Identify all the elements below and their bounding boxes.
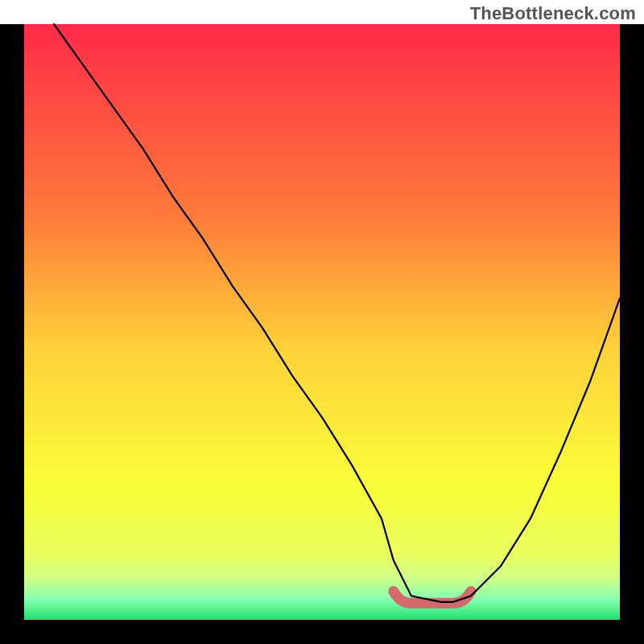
plot-background [24, 24, 620, 620]
bottleneck-chart [0, 0, 644, 644]
watermark-text: TheBottleneck.com [470, 3, 636, 24]
plot-frame-bottom [0, 620, 644, 644]
plot-frame-right [620, 24, 644, 644]
plot-frame-left [0, 24, 24, 644]
